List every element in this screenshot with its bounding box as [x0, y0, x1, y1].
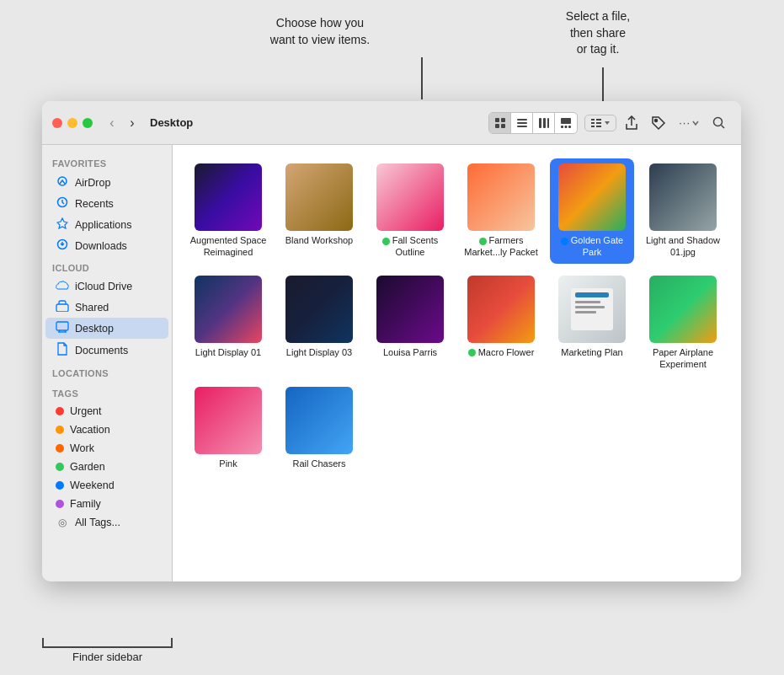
- sidebar-item-applications[interactable]: Applications: [45, 214, 168, 235]
- svg-point-21: [714, 117, 723, 126]
- share-tag-arrow-line: [602, 67, 604, 101]
- sidebar-item-weekend[interactable]: Weekend: [45, 476, 168, 495]
- sidebar-item-urgent[interactable]: Urgent: [45, 402, 168, 421]
- view-list-btn[interactable]: [511, 113, 533, 133]
- svg-rect-12: [565, 126, 568, 128]
- svg-rect-11: [561, 126, 563, 128]
- file-item-bland[interactable]: Bland Workshop: [277, 158, 361, 264]
- downloads-label: Downloads: [75, 240, 127, 252]
- svg-line-22: [722, 125, 725, 128]
- view-column-btn[interactable]: [533, 113, 555, 133]
- svg-rect-18: [596, 122, 601, 124]
- sidebar-item-garden[interactable]: Garden: [45, 458, 168, 476]
- group-button[interactable]: [584, 115, 616, 131]
- view-gallery-btn[interactable]: [555, 113, 577, 133]
- maximize-button[interactable]: [83, 118, 93, 128]
- documents-label: Documents: [75, 345, 128, 356]
- file-item-rail[interactable]: Rail Chasers: [277, 382, 361, 474]
- file-item-farmers[interactable]: Farmers Market...ly Packet: [459, 158, 543, 264]
- file-thumb-fall-scents: [376, 163, 444, 231]
- file-item-paper[interactable]: Paper Airplane Experiment: [641, 271, 725, 376]
- svg-rect-27: [56, 322, 68, 330]
- svg-point-20: [655, 119, 658, 121]
- file-thumb-paper: [649, 276, 717, 343]
- file-name-pink: Pink: [219, 458, 237, 469]
- sidebar-item-work[interactable]: Work: [45, 439, 168, 458]
- weekend-dot: [56, 481, 64, 490]
- minimize-button[interactable]: [67, 118, 77, 128]
- file-item-pink[interactable]: Pink: [186, 382, 270, 474]
- file-name-farmers: Farmers Market...ly Packet: [462, 234, 540, 259]
- sidebar-item-shared[interactable]: Shared: [45, 297, 168, 318]
- main-content: Favorites AirDrop Recents: [42, 145, 741, 581]
- view-items-callout: Choose how youwant to view items.: [236, 15, 404, 48]
- urgent-dot: [56, 407, 64, 415]
- all-tags-icon: ◎: [56, 517, 69, 528]
- sidebar: Favorites AirDrop Recents: [42, 145, 173, 581]
- file-item-augmented[interactable]: Augmented Space Reimagined: [186, 158, 270, 264]
- file-name-augmented: Augmented Space Reimagined: [189, 234, 267, 259]
- sidebar-item-vacation[interactable]: Vacation: [45, 421, 168, 439]
- tag-button[interactable]: [647, 111, 670, 135]
- sidebar-item-documents[interactable]: Documents: [45, 339, 168, 362]
- more-button[interactable]: ···: [674, 115, 704, 131]
- file-item-golden[interactable]: Golden Gate Park: [550, 158, 634, 264]
- urgent-label: Urgent: [70, 405, 102, 417]
- sidebar-item-airdrop[interactable]: AirDrop: [45, 172, 168, 193]
- shared-icon: [56, 300, 69, 314]
- file-name-marketing: Marketing Plan: [561, 346, 622, 358]
- view-items-arrow-line: [421, 57, 423, 99]
- back-button[interactable]: ‹: [103, 114, 121, 132]
- airdrop-icon: [56, 175, 69, 190]
- view-icon-btn[interactable]: [489, 113, 511, 133]
- traffic-lights: [52, 118, 93, 128]
- svg-rect-14: [591, 119, 595, 121]
- file-name-light-display03: Light Display 03: [286, 346, 352, 358]
- weekend-label: Weekend: [70, 479, 115, 491]
- svg-rect-33: [575, 301, 600, 303]
- finder-window: ‹ › Desktop: [42, 101, 741, 581]
- vacation-dot: [56, 426, 64, 434]
- file-item-louisa[interactable]: Louisa Parris: [368, 271, 452, 376]
- file-name-rail: Rail Chasers: [293, 458, 346, 469]
- sidebar-item-family[interactable]: Family: [45, 495, 168, 513]
- svg-rect-10: [561, 118, 571, 124]
- sidebar-item-downloads[interactable]: Downloads: [45, 235, 168, 256]
- search-button[interactable]: [707, 111, 731, 135]
- share-button[interactable]: [620, 111, 643, 135]
- icloud-label: iCloud: [42, 256, 172, 276]
- svg-rect-32: [575, 292, 609, 297]
- file-item-light-shadow[interactable]: Light and Shadow 01.jpg: [641, 158, 725, 264]
- file-item-light-display03[interactable]: Light Display 03: [277, 271, 361, 376]
- file-name-light-display01: Light Display 01: [195, 346, 261, 358]
- file-item-light-display01[interactable]: Light Display 01: [186, 271, 270, 376]
- sidebar-item-desktop[interactable]: Desktop: [45, 318, 168, 339]
- file-name-bland: Bland Workshop: [285, 234, 354, 246]
- documents-icon: [56, 342, 69, 358]
- close-button[interactable]: [52, 118, 62, 128]
- file-item-macro[interactable]: Macro Flower: [459, 271, 543, 376]
- file-thumb-light-shadow: [649, 163, 717, 231]
- sidebar-item-icloud-drive[interactable]: iCloud Drive: [45, 276, 168, 297]
- svg-rect-1: [501, 118, 505, 122]
- file-thumb-farmers: [467, 163, 535, 231]
- sidebar-item-all-tags[interactable]: ◎ All Tags...: [45, 513, 168, 532]
- file-thumb-augmented: [195, 163, 262, 231]
- file-name-light-shadow: Light and Shadow 01.jpg: [644, 234, 722, 259]
- recents-label: Recents: [75, 198, 114, 210]
- forward-button[interactable]: ›: [123, 114, 141, 132]
- family-label: Family: [70, 498, 101, 510]
- tags-label: Tags: [42, 382, 172, 402]
- share-tag-callout: Select a file,then shareor tag it.: [522, 8, 674, 58]
- all-tags-label: All Tags...: [75, 517, 120, 528]
- file-item-fall-scents[interactable]: Fall Scents Outline: [368, 158, 452, 264]
- file-name-macro: Macro Flower: [468, 346, 535, 358]
- downloads-icon: [56, 238, 69, 253]
- file-item-marketing[interactable]: Marketing Plan: [550, 271, 634, 376]
- locations-label: Locations: [42, 362, 172, 382]
- file-thumb-golden: [558, 163, 626, 231]
- shared-label: Shared: [75, 302, 109, 313]
- desktop-icon: [56, 321, 69, 335]
- svg-rect-35: [575, 311, 596, 313]
- sidebar-item-recents[interactable]: Recents: [45, 193, 168, 214]
